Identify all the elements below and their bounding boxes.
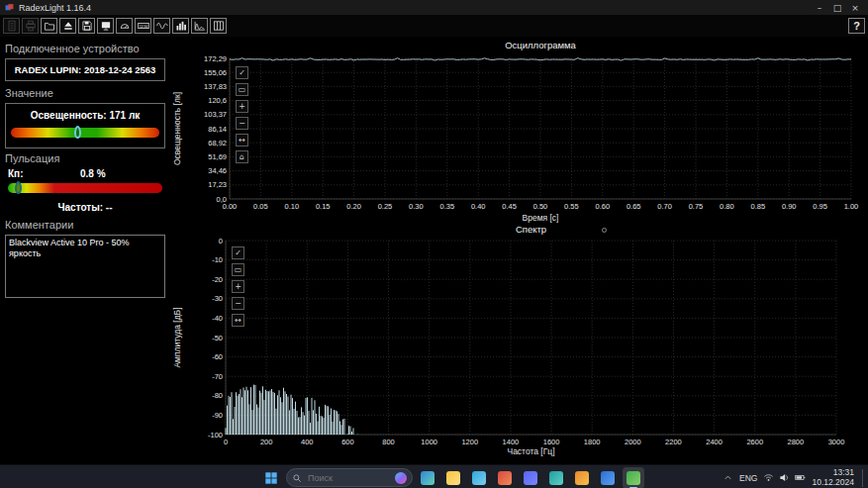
taskbar-search-input[interactable] (306, 472, 391, 484)
spec-zoom-out-button[interactable]: − (232, 297, 244, 310)
svg-text:68,92: 68,92 (208, 139, 227, 147)
copilot-icon (395, 472, 407, 484)
window-title: RadexLight 1.16.4 (19, 3, 91, 13)
spec-zoom-in-button[interactable]: + (232, 280, 244, 293)
taskbar-app-file-explorer[interactable] (442, 467, 464, 488)
svg-text:600: 600 (341, 438, 354, 446)
spectrum-chart[interactable]: 0-10-20-30-40-50-60-70-80-90-10002004006… (170, 235, 868, 462)
spectrum-toolbar: ✓▭+−↔ (232, 246, 244, 327)
taskbar-app-radexlight[interactable] (623, 467, 644, 488)
tray-status-icons (763, 472, 806, 483)
svg-text:172,29: 172,29 (204, 54, 227, 63)
osc-zoom-box-button[interactable]: ▭ (236, 83, 248, 96)
help-button[interactable]: ? (848, 18, 865, 34)
tray-date: 10.12.2024 (812, 478, 854, 488)
volume-icon[interactable] (779, 472, 790, 483)
svg-text:-50: -50 (212, 334, 223, 342)
chevron-up-icon[interactable] (723, 472, 733, 483)
show-desktop-button[interactable] (862, 469, 865, 487)
oscillogram-button[interactable] (153, 18, 170, 34)
illuminance-value: Освещенность: 171 лк (11, 110, 159, 121)
svg-text:0.30: 0.30 (409, 202, 424, 211)
svg-text:0.05: 0.05 (253, 202, 268, 211)
app-logo-icon (5, 3, 14, 12)
svg-text:0.65: 0.65 (627, 202, 641, 211)
osc-zoom-out-button[interactable]: − (236, 117, 248, 130)
device-box: RADEX LUPIN: 2018-12-24 2563 (5, 58, 165, 81)
display-icon (100, 20, 112, 32)
open-button[interactable] (41, 18, 57, 34)
report-button (3, 18, 20, 34)
svg-text:1.00: 1.00 (844, 202, 859, 211)
histogram-icon (175, 20, 187, 32)
svg-text:400: 400 (301, 438, 314, 446)
svg-text:2200: 2200 (665, 438, 682, 446)
main-area: Подключенное устройство RADEX LUPIN: 201… (0, 37, 868, 464)
svg-text:-90: -90 (212, 411, 223, 420)
svg-text:200: 200 (260, 438, 273, 446)
minimize-button[interactable]: – (812, 3, 827, 13)
taskbar-app-discord[interactable] (520, 467, 541, 488)
svg-text:-60: -60 (212, 352, 223, 361)
spec-pan-button[interactable]: ↔ (232, 314, 244, 327)
svg-text:0: 0 (224, 438, 228, 446)
svg-text:Амплитуда [дБ]: Амплитуда [дБ] (172, 307, 182, 367)
taskbar-clock[interactable]: 13:31 10.12.2024 (812, 468, 854, 488)
oscillogram-chart[interactable]: 172,29155,06137,83120,6103,3786,1468,925… (170, 50, 868, 229)
start-measurement-button[interactable] (59, 18, 76, 34)
taskbar-app-outlook[interactable] (597, 467, 619, 488)
svg-text:86,14: 86,14 (208, 125, 227, 134)
pulsation-marker (15, 181, 22, 194)
language-indicator[interactable]: ENG (739, 473, 757, 483)
spectrum-title: Спектр (226, 224, 836, 235)
svg-text:51,69: 51,69 (208, 152, 227, 161)
eject-icon (62, 20, 74, 32)
osc-select-button[interactable]: ✓ (236, 66, 248, 79)
battery-icon[interactable] (795, 472, 806, 483)
osc-pan-button[interactable]: ↔ (236, 134, 248, 146)
maximize-button[interactable]: □ (829, 3, 845, 13)
svg-text:0.75: 0.75 (689, 202, 704, 211)
pulsation-panel: Кп: 0.8 % Частоты: -- (5, 168, 165, 213)
app-teal-icon (549, 471, 563, 485)
svg-text:800: 800 (382, 438, 395, 446)
taskbar: ENG 13:31 10.12.2024 (0, 464, 868, 488)
taskbar-app-browser-orange[interactable] (571, 467, 593, 488)
taskbar-app-app-red[interactable] (494, 467, 516, 488)
taskbar-search[interactable] (286, 468, 413, 487)
kp-label: Кп: (8, 168, 23, 179)
illuminance-marker (74, 126, 81, 139)
browser-orange-icon (575, 471, 589, 485)
taskbar-app-telegram[interactable] (468, 467, 490, 488)
osc-reset-button[interactable]: ⌂ (236, 150, 248, 163)
frequencies-label: Частоты: -- (6, 202, 164, 213)
toolbar-buttons: 12:34 (3, 18, 227, 34)
osc-zoom-in-button[interactable]: + (236, 100, 248, 113)
search-icon (292, 473, 302, 483)
svg-text:Время [с]: Время [с] (523, 213, 559, 223)
histogram-button[interactable] (172, 18, 189, 34)
folder-icon (44, 20, 55, 32)
spectrum-button[interactable] (191, 18, 208, 34)
spec-select-button[interactable]: ✓ (232, 246, 244, 259)
start-button[interactable] (260, 467, 282, 488)
svg-text:Частота [Гц]: Частота [Гц] (507, 446, 554, 456)
comments-box[interactable]: Blackview Active 10 Pro - 50% яркость (5, 235, 165, 298)
svg-text:0.60: 0.60 (595, 202, 610, 211)
svg-text:0.15: 0.15 (316, 202, 331, 211)
clock-button[interactable]: 12:34 (135, 18, 151, 34)
svg-text:-80: -80 (212, 391, 223, 400)
svg-text:0.95: 0.95 (813, 202, 827, 211)
svg-text:3000: 3000 (828, 438, 845, 446)
taskbar-app-edge[interactable] (417, 467, 438, 488)
print-button (22, 18, 39, 34)
display-button[interactable] (97, 18, 114, 34)
svg-text:137,83: 137,83 (204, 82, 227, 91)
taskbar-app-app-teal[interactable] (545, 467, 567, 488)
save-button[interactable] (78, 18, 95, 34)
wifi-icon[interactable] (763, 472, 774, 483)
close-button[interactable]: × (847, 3, 863, 13)
spec-zoom-box-button[interactable]: ▭ (232, 263, 244, 276)
meter-button[interactable] (116, 18, 133, 34)
layout-button[interactable] (210, 18, 227, 34)
